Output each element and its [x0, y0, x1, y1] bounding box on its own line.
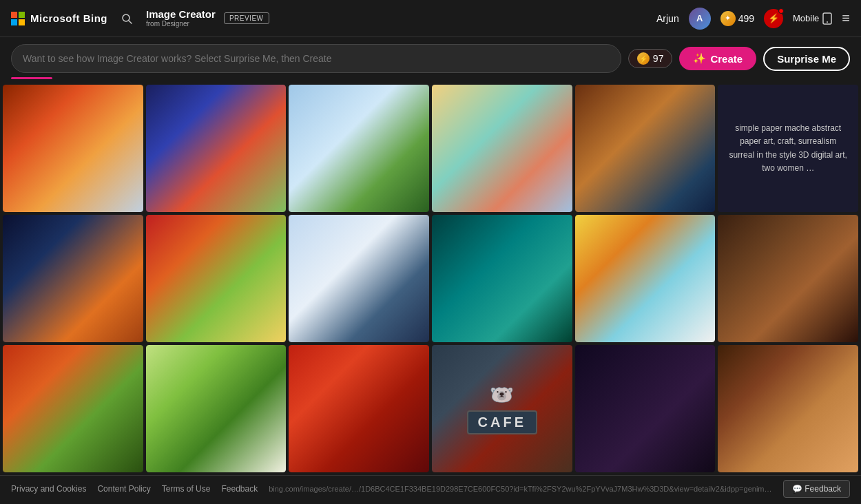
boost-count: 97 — [653, 53, 664, 64]
footer-feedback-link[interactable]: Feedback — [221, 484, 258, 494]
create-button[interactable]: ✨ Create — [679, 47, 756, 70]
image-cell-img12[interactable] — [718, 215, 858, 342]
feedback-button[interactable]: 💬 Feedback — [783, 480, 850, 498]
image-cell-img7[interactable] — [3, 215, 143, 342]
footer: Privacy and Cookies Content Policy Terms… — [0, 475, 861, 502]
image-cell-img14[interactable] — [146, 345, 287, 472]
search-bar-section: ⚡ 97 ✨ Create Surprise Me — [0, 37, 861, 73]
header-search-icon[interactable] — [116, 8, 138, 30]
brand-name: Image Creator — [146, 9, 216, 21]
svg-point-3 — [827, 21, 828, 23]
mobile-label: Mobile — [793, 12, 832, 25]
image-cell-img10[interactable] — [432, 215, 572, 342]
image-cell-img4[interactable] — [432, 85, 572, 212]
coins-count: 499 — [738, 13, 754, 24]
image-cell-img17[interactable] — [575, 345, 716, 472]
boost-icon[interactable]: ⚡ — [764, 9, 783, 28]
coin-icon: ✦ — [720, 11, 736, 26]
mobile-icon — [822, 12, 832, 25]
user-name: Arjun — [656, 13, 679, 24]
surprise-button[interactable]: Surprise Me — [763, 47, 850, 71]
header-right: Arjun A ✦ 499 ⚡ Mobile ≡ — [656, 8, 850, 30]
preview-badge: PREVIEW — [224, 12, 269, 24]
image-cell-img1[interactable] — [3, 85, 143, 212]
image-cell-img11[interactable] — [575, 215, 716, 342]
svg-line-1 — [129, 21, 132, 23]
search-input-wrapper — [11, 44, 621, 73]
boost-counter-icon: ⚡ — [637, 52, 650, 65]
boost-counter: ⚡ 97 — [628, 49, 673, 68]
image-cell-img8[interactable] — [146, 215, 287, 342]
brand-sub: from Designer — [146, 20, 216, 28]
search-input[interactable] — [23, 53, 610, 64]
image-cell-img6-text[interactable]: simple paper mache abstract paper art, c… — [718, 85, 858, 212]
image-cell-img15[interactable] — [289, 345, 429, 472]
hamburger-menu[interactable]: ≡ — [842, 10, 850, 26]
ms-logo-icon — [11, 12, 25, 25]
footer-url: bing.com/images/create/…/1D6BC4CE1F334BE… — [269, 485, 772, 493]
footer-privacy-link[interactable]: Privacy and Cookies — [11, 484, 86, 494]
image-cell-img3[interactable] — [289, 85, 429, 212]
brand-logo: Image Creator from Designer — [146, 9, 216, 28]
image-cell-img2[interactable] — [146, 85, 287, 212]
header: Microsoft Bing Image Creator from Design… — [0, 0, 861, 37]
bing-text: Microsoft Bing — [30, 12, 107, 24]
image-grid: simple paper mache abstract paper art, c… — [0, 82, 861, 475]
image-cell-img9[interactable] — [289, 215, 429, 342]
image-cell-img18[interactable] — [718, 345, 858, 472]
active-tab-underline — [11, 77, 52, 79]
footer-terms-link[interactable]: Terms of Use — [162, 484, 211, 494]
image-cell-img5[interactable] — [575, 85, 716, 212]
footer-content-policy-link[interactable]: Content Policy — [97, 484, 150, 494]
coins-badge: ✦ 499 — [720, 11, 754, 26]
image-cell-img16[interactable]: 🐻‍❄️ CAFE — [432, 345, 572, 472]
avatar[interactable]: A — [689, 8, 711, 30]
ms-bing-logo[interactable]: Microsoft Bing — [11, 12, 107, 25]
text-cell-content: simple paper mache abstract paper art, c… — [718, 85, 858, 212]
image-cell-img13[interactable] — [3, 345, 143, 472]
boost-notification-dot — [778, 8, 784, 14]
